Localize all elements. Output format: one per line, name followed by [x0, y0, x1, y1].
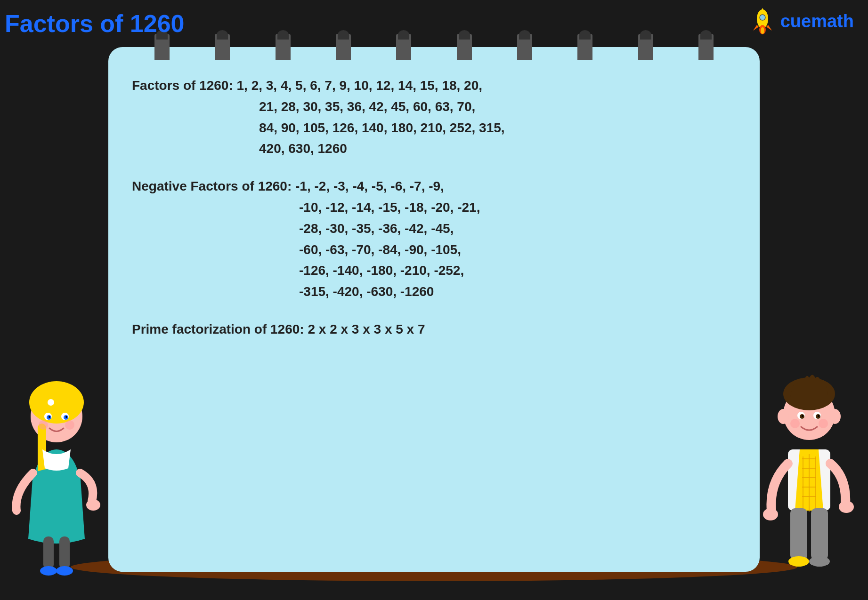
spiral-6 [457, 34, 472, 60]
svg-point-20 [86, 499, 100, 511]
svg-marker-4 [766, 25, 772, 31]
factors-section: Factors of 1260: 1, 2, 3, 4, 5, 6, 7, 9,… [132, 75, 736, 160]
svg-rect-49 [790, 508, 807, 560]
spiral-bindings [132, 34, 736, 60]
svg-point-29 [778, 409, 789, 424]
spiral-3 [276, 34, 291, 60]
girl-character [9, 341, 104, 576]
prime-section: Prime factorization of 1260: 2 x 2 x 3 x… [132, 319, 736, 340]
negative-values-line2: -10, -12, -14, -15, -18, -20, -21, [132, 197, 736, 218]
spiral-4 [336, 34, 351, 60]
factors-values: 1, 2, 3, 4, 5, 6, 7, 9, 10, 12, 14, 15, … [237, 78, 483, 93]
spiral-5 [396, 34, 411, 60]
svg-point-52 [809, 556, 830, 567]
svg-point-23 [40, 566, 57, 576]
spiral-7 [517, 34, 532, 60]
factors-values-line4: 420, 630, 1260 [132, 138, 736, 160]
svg-point-6 [761, 27, 764, 34]
boy-character [760, 341, 859, 576]
negative-values-line6: -315, -420, -630, -1260 [132, 281, 736, 303]
svg-point-18 [65, 420, 74, 430]
svg-point-2 [760, 15, 765, 20]
svg-rect-50 [811, 508, 828, 560]
svg-point-48 [839, 501, 854, 513]
spiral-8 [577, 34, 592, 60]
negative-values-line5: -126, -140, -180, -210, -252, [132, 260, 736, 281]
svg-point-36 [818, 415, 819, 417]
negative-factors-label: Negative Factors of 1260: [132, 179, 292, 193]
spiral-2 [215, 34, 230, 60]
prime-values: 2 x 2 x 3 x 3 x 5 x 7 [308, 322, 425, 336]
svg-rect-21 [43, 536, 54, 569]
spiral-10 [698, 34, 714, 60]
svg-point-38 [819, 419, 828, 428]
negative-values-line3: -28, -30, -35, -36, -42, -45, [132, 218, 736, 240]
rocket-icon [748, 7, 777, 35]
svg-point-35 [802, 415, 803, 417]
svg-point-17 [39, 420, 48, 430]
factors-label: Factors of 1260: [132, 78, 233, 93]
svg-point-24 [56, 566, 73, 576]
negative-factors-section: Negative Factors of 1260: -1, -2, -3, -4… [132, 176, 736, 303]
notebook-content: Factors of 1260: 1, 2, 3, 4, 5, 6, 7, 9,… [132, 75, 736, 340]
cuemath-logo: cuemath [748, 7, 854, 35]
svg-point-47 [763, 508, 778, 520]
svg-point-19 [48, 399, 54, 406]
svg-point-37 [790, 419, 800, 428]
svg-rect-22 [59, 536, 70, 569]
negative-values-line4: -60, -63, -70, -84, -90, -105, [132, 240, 736, 261]
svg-point-15 [49, 416, 50, 418]
svg-point-30 [829, 409, 841, 424]
factors-values-line3: 84, 90, 105, 126, 140, 180, 210, 252, 31… [132, 118, 736, 139]
spiral-1 [154, 34, 170, 60]
svg-point-16 [65, 416, 67, 418]
svg-point-9 [29, 381, 84, 424]
negative-factors-values: -1, -2, -3, -4, -5, -6, -7, -9, [295, 179, 444, 193]
page-title: Factors of 1260 [5, 9, 185, 38]
svg-point-51 [788, 556, 809, 567]
prime-label: Prime factorization of 1260: [132, 322, 304, 336]
spiral-9 [638, 34, 653, 60]
factors-values-line2: 21, 28, 30, 35, 36, 42, 45, 60, 63, 70, [132, 96, 736, 118]
notebook: Factors of 1260: 1, 2, 3, 4, 5, 6, 7, 9,… [108, 47, 760, 572]
brand-name: cuemath [780, 11, 854, 32]
svg-marker-3 [753, 25, 759, 31]
